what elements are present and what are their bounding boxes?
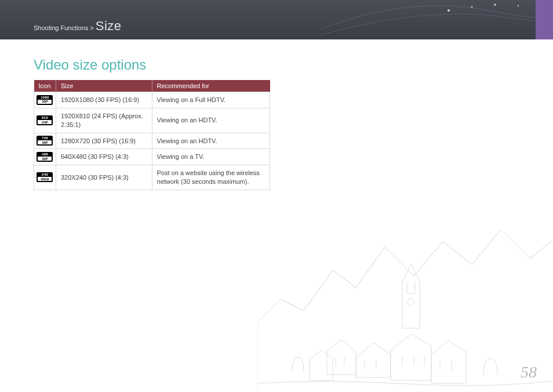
recommended-cell: Post on a website using the wireless net… <box>152 165 270 190</box>
table-row: 480 30P 640X480 (30 FPS) (4:3) Viewing o… <box>34 149 270 165</box>
breadcrumb-separator: > <box>90 24 93 31</box>
svg-point-2 <box>494 3 496 5</box>
resolution-icon: 720 30P <box>37 136 53 146</box>
size-cell: 1920X810 (24 FPS) (Approx. 2.35:1) <box>56 108 152 133</box>
col-header-icon: Icon <box>34 80 56 92</box>
table-row: 720 30P 1280X720 (30 FPS) (16:9) Viewing… <box>34 133 270 149</box>
video-size-table: Icon Size Recommended for 1080 30P 1920X… <box>34 80 270 190</box>
village-illustration <box>257 206 553 392</box>
resolution-icon: 1080 30P <box>37 95 53 105</box>
page-number: 58 <box>521 363 537 382</box>
recommended-cell: Viewing on an HDTV. <box>152 133 270 149</box>
recommended-cell: Viewing on a TV. <box>152 149 270 165</box>
size-cell: 1920X1080 (30 FPS) (16:9) <box>56 92 152 108</box>
resolution-icon: 240 WEB <box>37 172 53 182</box>
content-area: Video size options Icon Size Recommended… <box>0 39 553 190</box>
breadcrumb: Shooting Functions > Size <box>34 19 122 34</box>
table-row: 240 WEB 320X240 (30 FPS) (4:3) Post on a… <box>34 165 270 190</box>
breadcrumb-title: Size <box>96 19 122 33</box>
section-heading: Video size options <box>34 57 519 73</box>
resolution-icon: 810 24P <box>37 115 53 125</box>
col-header-size: Size <box>56 80 152 92</box>
recommended-cell: Viewing on a Full HDTV. <box>152 92 270 108</box>
table-row: 1080 30P 1920X1080 (30 FPS) (16:9) Viewi… <box>34 92 270 108</box>
col-header-recommended: Recommended for <box>152 80 270 92</box>
header-band: Shooting Functions > Size <box>0 0 553 39</box>
breadcrumb-section: Shooting Functions <box>34 24 88 31</box>
table-row: 810 24P 1920X810 (24 FPS) (Approx. 2.35:… <box>34 108 270 133</box>
recommended-cell: Viewing on an HDTV. <box>152 108 270 133</box>
size-cell: 320X240 (30 FPS) (4:3) <box>56 165 152 190</box>
header-purple-accent <box>536 0 553 39</box>
svg-point-0 <box>448 9 450 12</box>
svg-point-3 <box>518 5 519 6</box>
header-swoosh-decoration <box>321 0 553 39</box>
svg-point-1 <box>471 6 473 8</box>
size-cell: 1280X720 (30 FPS) (16:9) <box>56 133 152 149</box>
resolution-icon: 480 30P <box>37 152 53 162</box>
size-cell: 640X480 (30 FPS) (4:3) <box>56 149 152 165</box>
